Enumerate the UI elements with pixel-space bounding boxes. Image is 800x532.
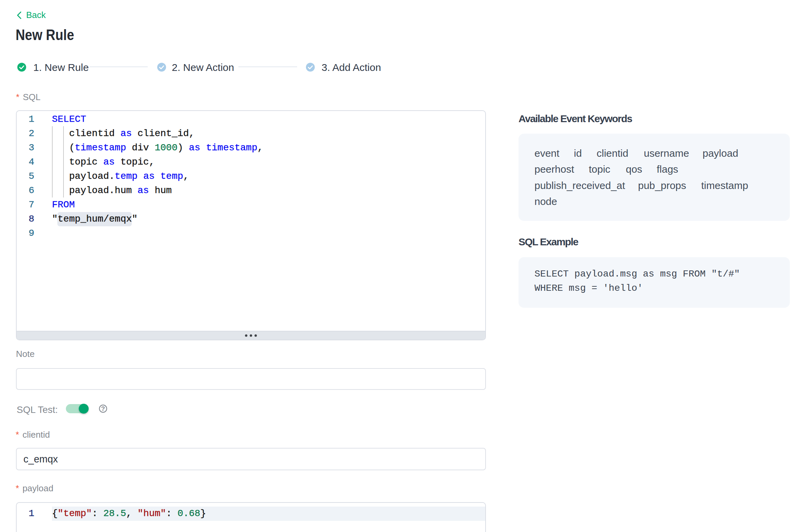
svg-text:?: ? (101, 405, 105, 412)
